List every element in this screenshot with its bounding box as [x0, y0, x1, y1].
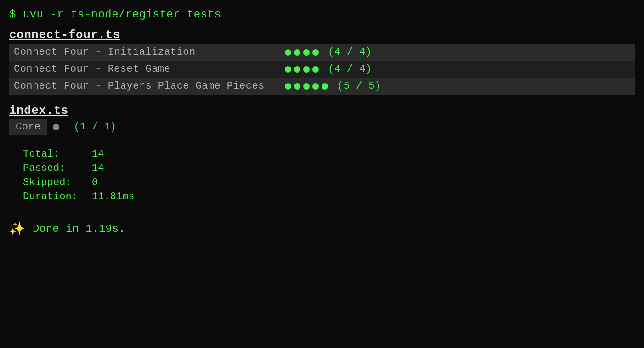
dot-3: [303, 66, 310, 73]
test-name-players-place: Connect Four - Players Place Game Pieces: [14, 80, 280, 92]
test-row-players-place: Connect Four - Players Place Game Pieces…: [9, 78, 635, 95]
count-initialization: (4 / 4): [328, 46, 372, 58]
stat-row-duration: Duration: 11.81ms: [23, 191, 635, 202]
dot-2: [294, 83, 300, 90]
dot-1: [285, 83, 291, 90]
dot-1: [285, 49, 291, 56]
count-reset-game: (4 / 4): [328, 63, 372, 75]
connect-four-filename: connect-four.ts: [9, 28, 635, 42]
dot-4: [312, 49, 319, 56]
dot-3: [303, 83, 310, 90]
total-label: Total:: [23, 148, 78, 160]
core-count: (1 / 1): [74, 121, 116, 133]
duration-label: Duration:: [23, 191, 78, 202]
dots-players-place: [285, 83, 328, 90]
dot-2: [294, 49, 300, 56]
command-line: $ uvu -r ts-node/register tests: [9, 8, 635, 21]
test-name-initialization: Connect Four - Initialization: [14, 46, 280, 58]
skipped-value: 0: [92, 177, 98, 188]
core-row: Core (1 / 1): [9, 119, 635, 135]
stats-section: Total: 14 Passed: 14 Skipped: 0 Duration…: [23, 148, 635, 202]
done-text: Done in 1.19s.: [33, 223, 125, 235]
total-value: 14: [92, 148, 104, 160]
stat-row-total: Total: 14: [23, 148, 635, 160]
dot-4: [312, 83, 319, 90]
passed-label: Passed:: [23, 163, 78, 174]
test-name-reset-game: Connect Four - Reset Game: [14, 63, 280, 75]
test-row-initialization: Connect Four - Initialization (4 / 4): [9, 44, 635, 61]
dot-2: [294, 66, 300, 73]
passed-value: 14: [92, 163, 104, 174]
index-section: index.ts Core (1 / 1): [9, 104, 635, 135]
core-dot: [53, 124, 59, 130]
done-line: ✨ Done in 1.19s.: [9, 221, 635, 236]
stat-row-passed: Passed: 14: [23, 163, 635, 174]
dot-1: [285, 66, 291, 73]
skipped-label: Skipped:: [23, 177, 78, 188]
dots-reset-game: [285, 66, 319, 73]
index-filename: index.ts: [9, 104, 635, 118]
dot-5: [322, 83, 328, 90]
dots-initialization: [285, 49, 319, 56]
dot-3: [303, 49, 310, 56]
connect-four-section: connect-four.ts Connect Four - Initializ…: [9, 28, 635, 95]
count-players-place: (5 / 5): [337, 80, 381, 92]
stat-row-skipped: Skipped: 0: [23, 177, 635, 188]
terminal-window: $ uvu -r ts-node/register tests connect-…: [9, 8, 635, 236]
duration-value: 11.81ms: [92, 191, 134, 202]
test-row-reset-game: Connect Four - Reset Game (4 / 4): [9, 61, 635, 78]
core-label: Core: [9, 119, 47, 135]
dot-4: [312, 66, 319, 73]
sparkle-icon: ✨: [9, 221, 25, 236]
